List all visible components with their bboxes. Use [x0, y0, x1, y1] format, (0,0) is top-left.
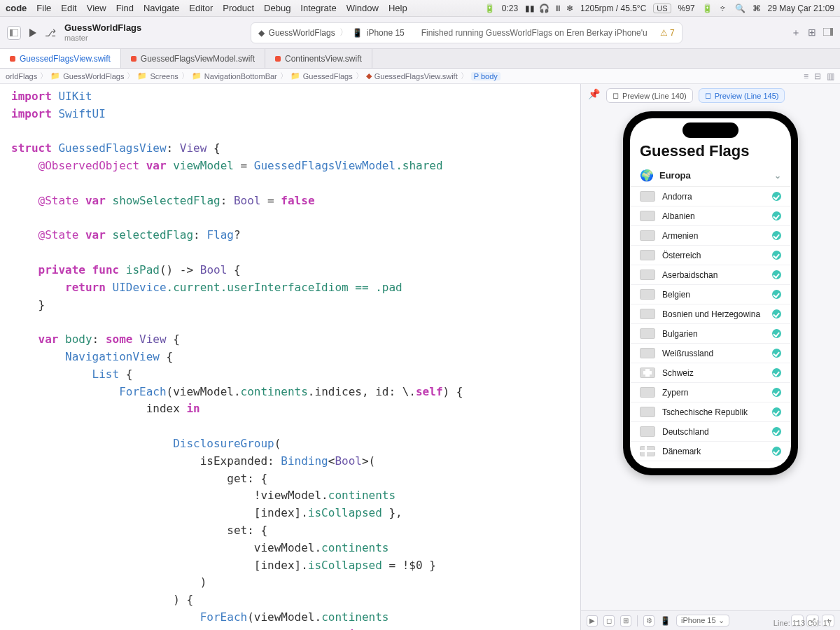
menu-editor[interactable]: Editor: [189, 3, 213, 13]
variants-button[interactable]: ⊞: [620, 615, 631, 626]
simulator-screen[interactable]: Guessed Flags 🌍 Europa ⌄ AndorraAlbanien…: [630, 118, 791, 468]
menu-product[interactable]: Product: [223, 3, 254, 13]
crumb[interactable]: NavigationBottomBar: [204, 72, 277, 80]
source-editor[interactable]: import UIKit import SwiftUI struct Guess…: [0, 84, 581, 630]
list-item[interactable]: Bosnien und Herzegowina: [630, 304, 791, 324]
pin-icon[interactable]: 📌: [588, 88, 600, 99]
run-button[interactable]: [29, 29, 36, 37]
crumb[interactable]: GuessWorldFlags: [63, 72, 124, 80]
country-list[interactable]: AndorraAlbanienArmenienÖsterreichAserbai…: [630, 187, 791, 468]
checkmark-icon: [772, 251, 781, 260]
status-icon: ⏸: [554, 4, 562, 13]
rpm-temp: 1205rpm / 45.5°C: [580, 4, 646, 13]
selectable-button[interactable]: ◻: [603, 615, 615, 626]
list-item[interactable]: Armenien: [630, 226, 791, 246]
branch-icon[interactable]: ⎇: [45, 27, 56, 38]
crumb-symbol[interactable]: P body: [471, 72, 500, 80]
related-items-icon[interactable]: ≡: [804, 71, 808, 81]
preview-icon: ◻︎: [612, 91, 619, 100]
crumb[interactable]: GuessedFlagsView.swift: [374, 72, 458, 80]
globe-icon: 🌍: [640, 169, 654, 182]
crumb[interactable]: GuessedFlags: [303, 72, 353, 80]
checkmark-icon: [772, 290, 781, 299]
list-item[interactable]: Zypern: [630, 383, 791, 402]
menu-edit[interactable]: Edit: [61, 3, 76, 13]
menu-help[interactable]: Help: [388, 3, 407, 13]
swift-file-icon: [275, 56, 281, 62]
list-item[interactable]: Weißrussland: [630, 344, 791, 363]
adjust-editor-icon[interactable]: ⊟: [814, 71, 821, 81]
list-item[interactable]: Österreich: [630, 246, 791, 265]
folder-icon: 📁: [192, 71, 202, 80]
battery-small-icon: 🔋: [484, 4, 495, 13]
menu-file[interactable]: File: [36, 3, 51, 13]
toggle-navigator-button[interactable]: [7, 26, 21, 40]
continent-name: Europa: [659, 170, 691, 181]
build-status: Finished running GuessWorldFlags on Eren…: [421, 28, 648, 38]
preview-tab-2[interactable]: ◻︎ Preview (Line 145): [699, 88, 785, 103]
folder-icon: 📁: [290, 71, 300, 80]
crumb[interactable]: orldFlags: [6, 72, 37, 80]
control-center-icon[interactable]: ⌘: [752, 4, 761, 13]
input-locale[interactable]: US: [653, 4, 671, 13]
menu-integrate[interactable]: Integrate: [300, 3, 336, 13]
toggle-inspector-button[interactable]: [823, 27, 833, 39]
menu-window[interactable]: Window: [346, 3, 379, 13]
crumb[interactable]: Screens: [150, 72, 178, 80]
list-item[interactable]: Albanien: [630, 206, 791, 226]
status-icon: ▮▮: [525, 4, 535, 13]
minimap-icon[interactable]: ▥: [827, 71, 834, 81]
flag-icon: [640, 368, 655, 378]
list-item[interactable]: Tschechische Republik: [630, 402, 791, 422]
menu-navigate[interactable]: Navigate: [144, 3, 179, 13]
tab-guessedflagsviewmodel[interactable]: GuessedFlagsViewModel.swift: [121, 49, 265, 68]
preview-device-picker[interactable]: iPhone 15 ⌄: [676, 615, 729, 626]
warnings-badge[interactable]: ⚠︎ 7: [660, 28, 675, 38]
menu-debug[interactable]: Debug: [264, 3, 290, 13]
svg-rect-1: [10, 29, 13, 36]
checkmark-icon: [772, 349, 781, 358]
preview-tab-1[interactable]: ◻︎ Preview (Line 140): [606, 88, 693, 103]
code-content[interactable]: import UIKit import SwiftUI struct Guess…: [11, 88, 573, 630]
library-icon[interactable]: ⊞: [808, 27, 816, 39]
app-icon: ◆: [258, 28, 265, 38]
dynamic-island: [682, 122, 738, 138]
live-preview-button[interactable]: ▶: [587, 615, 598, 626]
activity-view[interactable]: ◆ GuessWorldFlags 〉 📱 iPhone 15 Finished…: [251, 22, 682, 43]
list-item[interactable]: Andorra: [630, 187, 791, 206]
plus-icon[interactable]: ＋: [791, 27, 801, 39]
scheme-project[interactable]: GuessWorldFlags master: [64, 23, 141, 41]
tab-continentsview[interactable]: ContinentsView.swift: [265, 49, 372, 68]
menu-view[interactable]: View: [87, 3, 106, 13]
list-item[interactable]: Deutschland: [630, 422, 791, 442]
checkmark-icon: [772, 329, 781, 338]
continent-header[interactable]: 🌍 Europa ⌄: [630, 164, 791, 187]
app-menu[interactable]: code: [6, 3, 27, 13]
list-item[interactable]: Aserbaidschan: [630, 265, 791, 285]
country-name: Armenien: [662, 231, 698, 241]
menu-find[interactable]: Find: [116, 3, 134, 13]
list-item[interactable]: Belgien: [630, 285, 791, 304]
country-name: Andorra: [662, 192, 692, 202]
list-item[interactable]: Schweiz: [630, 363, 791, 383]
search-icon[interactable]: 🔍: [735, 4, 746, 13]
list-item[interactable]: Bulgarien: [630, 324, 791, 344]
wifi-icon[interactable]: ᯤ: [720, 4, 728, 13]
country-name: Aserbaidschan: [662, 270, 718, 280]
device-settings-button[interactable]: ⚙: [643, 615, 654, 626]
flag-icon: [640, 407, 655, 417]
flag-icon: [640, 191, 655, 202]
checkmark-icon: [772, 388, 781, 397]
flag-icon: [640, 270, 655, 280]
flag-icon: [640, 387, 655, 398]
flag-icon: [640, 230, 655, 241]
tab-guessedflagsview[interactable]: GuessedFlagsView.swift: [0, 49, 121, 68]
list-item[interactable]: Dänemark: [630, 442, 791, 461]
jump-bar[interactable]: orldFlags〉 📁GuessWorldFlags〉 📁Screens〉 📁…: [0, 69, 840, 84]
xcode-toolbar: ⎇ GuessWorldFlags master ◆ GuessWorldFla…: [0, 17, 840, 49]
chevron-down-icon: ⌄: [774, 171, 781, 181]
country-name: Albanien: [662, 211, 695, 221]
checkmark-icon: [772, 309, 781, 318]
flag-icon: [640, 446, 655, 456]
battery-percent: %97: [678, 4, 695, 13]
